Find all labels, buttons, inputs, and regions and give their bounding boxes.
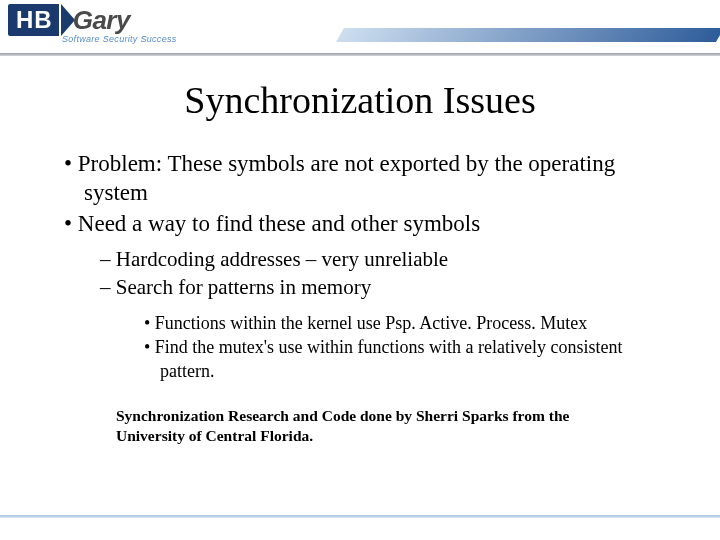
bullet-text: Search for patterns in memory	[116, 275, 371, 299]
bullet-text: Problem: These symbols are not exported …	[78, 151, 615, 205]
credit-line: Synchronization Research and Code done b…	[116, 406, 668, 446]
slide-header: HB Gary Software Security Success	[0, 0, 720, 56]
header-stripe-decoration	[336, 28, 720, 42]
logo-hb-text: HB	[8, 4, 59, 36]
bullet-level3: Functions within the kernel use Psp. Act…	[144, 311, 668, 335]
bullet-level1: Problem: These symbols are not exported …	[64, 150, 668, 208]
bullet-level2: Hardcoding addresses – very unreliable	[100, 246, 668, 273]
logo-gary-text: Gary	[73, 5, 130, 36]
footer-divider	[0, 515, 720, 518]
bullet-text: Need a way to find these and other symbo…	[78, 211, 480, 236]
bullet-level1: Need a way to find these and other symbo…	[64, 210, 668, 239]
slide-content: Problem: These symbols are not exported …	[0, 150, 720, 446]
company-logo: HB Gary	[8, 4, 130, 36]
slide-title: Synchronization Issues	[0, 78, 720, 122]
header-divider	[0, 53, 720, 56]
bullet-text: Hardcoding addresses – very unreliable	[116, 247, 448, 271]
bullet-level2: Search for patterns in memory	[100, 274, 668, 301]
bullet-text: Functions within the kernel use Psp. Act…	[155, 313, 587, 333]
bullet-text: Find the mutex's use within functions wi…	[155, 337, 623, 381]
bullet-level3: Find the mutex's use within functions wi…	[144, 335, 668, 384]
logo-tagline: Software Security Success	[62, 34, 177, 44]
